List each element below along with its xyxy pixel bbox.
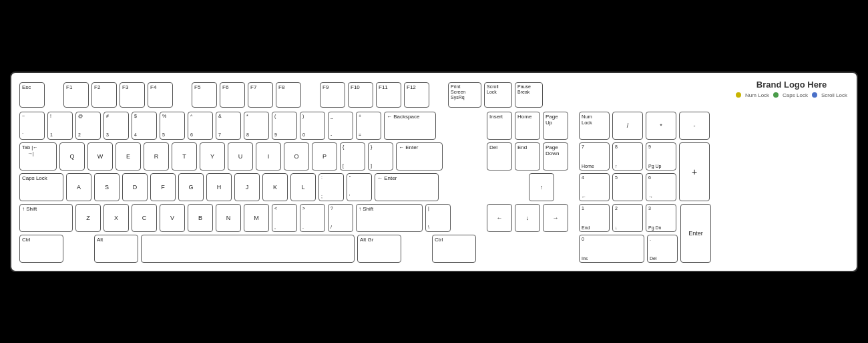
- key-0[interactable]: ) 0: [300, 112, 325, 140]
- key-backslash[interactable]: | \: [425, 204, 451, 232]
- key-enter[interactable]: ← Enter: [396, 142, 443, 170]
- key-p[interactable]: P: [312, 142, 337, 170]
- key-left-shift[interactable]: ↑ Shift: [19, 204, 73, 232]
- key-minus[interactable]: _ -: [328, 112, 353, 140]
- key-slash[interactable]: ? /: [328, 204, 353, 232]
- key-caps-lock[interactable]: Caps Lock: [19, 173, 63, 201]
- key-m[interactable]: M: [244, 204, 269, 232]
- key-pause[interactable]: PauseBreak: [515, 82, 543, 108]
- key-arrow-left[interactable]: ←: [487, 204, 512, 232]
- key-u[interactable]: U: [228, 142, 253, 170]
- key-k[interactable]: K: [262, 173, 288, 201]
- key-tab[interactable]: Tab |← →|: [19, 142, 57, 170]
- key-num-0[interactable]: 0 Ins: [579, 235, 644, 263]
- key-right-ctrl[interactable]: Ctrl: [432, 235, 476, 263]
- key-f12[interactable]: F12: [404, 82, 429, 108]
- key-c[interactable]: C: [132, 204, 157, 232]
- key-s[interactable]: S: [94, 173, 120, 201]
- key-2[interactable]: @ 2: [75, 112, 101, 140]
- key-backspace[interactable]: ← Backspace: [384, 112, 436, 140]
- key-bracket-close[interactable]: } ]: [368, 142, 393, 170]
- key-space[interactable]: [141, 235, 355, 263]
- key-end[interactable]: End: [515, 142, 540, 170]
- key-num-lock[interactable]: NumLock: [579, 112, 610, 140]
- key-arrow-right[interactable]: →: [543, 204, 568, 232]
- key-num-4[interactable]: 4 ←: [579, 173, 610, 201]
- key-num-6[interactable]: 6 →: [646, 173, 676, 201]
- key-num-8[interactable]: 8 ↑: [612, 142, 643, 170]
- key-num-1[interactable]: 1 End: [579, 204, 610, 232]
- key-num-asterisk[interactable]: *: [646, 112, 676, 140]
- key-num-minus[interactable]: -: [679, 112, 710, 140]
- key-page-up[interactable]: PageUp: [543, 112, 568, 140]
- key-equals[interactable]: + =: [356, 112, 381, 140]
- key-e[interactable]: E: [116, 142, 141, 170]
- key-b[interactable]: B: [188, 204, 213, 232]
- key-f5[interactable]: F5: [192, 82, 217, 108]
- key-num-7[interactable]: 7 Home: [579, 142, 610, 170]
- key-8[interactable]: * 8: [244, 112, 269, 140]
- key-q[interactable]: Q: [59, 142, 85, 170]
- key-r[interactable]: R: [144, 142, 169, 170]
- key-6[interactable]: ^ 6: [188, 112, 213, 140]
- key-right-shift[interactable]: ↑ Shift: [356, 204, 423, 232]
- key-l[interactable]: L: [290, 173, 316, 201]
- key-arrow-down[interactable]: ↓: [515, 204, 540, 232]
- key-f9[interactable]: F9: [320, 82, 345, 108]
- key-7[interactable]: & 7: [216, 112, 241, 140]
- key-num-9[interactable]: 9 Pg Up: [646, 142, 676, 170]
- key-num-dot[interactable]: . Del: [647, 235, 678, 263]
- key-f11[interactable]: F11: [376, 82, 401, 108]
- key-f6[interactable]: F6: [220, 82, 245, 108]
- key-home[interactable]: Home: [515, 112, 540, 140]
- key-o[interactable]: O: [284, 142, 309, 170]
- key-period[interactable]: > .: [300, 204, 325, 232]
- key-num-plus[interactable]: +: [679, 142, 710, 201]
- key-3[interactable]: # 3: [103, 112, 129, 140]
- key-f1[interactable]: F1: [63, 82, 89, 108]
- key-enter-wide[interactable]: ← Enter: [375, 173, 439, 201]
- key-page-down[interactable]: PageDown: [543, 142, 568, 170]
- key-i[interactable]: I: [256, 142, 281, 170]
- key-left-ctrl[interactable]: Ctrl: [19, 235, 63, 263]
- key-f[interactable]: F: [150, 173, 176, 201]
- key-x[interactable]: X: [103, 204, 129, 232]
- key-f2[interactable]: F2: [91, 82, 117, 108]
- key-num-2[interactable]: 2 ↓: [612, 204, 643, 232]
- key-h[interactable]: H: [206, 173, 232, 201]
- key-num-5[interactable]: 5: [612, 173, 643, 201]
- key-f8[interactable]: F8: [276, 82, 301, 108]
- key-scroll-lock[interactable]: ScrollLock: [484, 82, 512, 108]
- key-num-slash[interactable]: /: [612, 112, 643, 140]
- key-insert[interactable]: Insert: [487, 112, 512, 140]
- key-f3[interactable]: F3: [120, 82, 145, 108]
- key-quote[interactable]: " ': [347, 173, 372, 201]
- key-comma[interactable]: < ,: [272, 204, 297, 232]
- key-4[interactable]: $ 4: [132, 112, 157, 140]
- key-z[interactable]: Z: [75, 204, 101, 232]
- key-f10[interactable]: F10: [348, 82, 373, 108]
- key-d[interactable]: D: [122, 173, 148, 201]
- key-left-alt[interactable]: Alt: [94, 235, 138, 263]
- key-t[interactable]: T: [172, 142, 197, 170]
- key-alt-gr[interactable]: Alt Gr: [357, 235, 401, 263]
- key-v[interactable]: V: [160, 204, 185, 232]
- key-w[interactable]: W: [87, 142, 113, 170]
- key-del[interactable]: Del: [487, 142, 512, 170]
- key-1[interactable]: ! 1: [47, 112, 73, 140]
- key-j[interactable]: J: [234, 173, 260, 201]
- key-a[interactable]: A: [66, 173, 91, 201]
- key-f4[interactable]: F4: [148, 82, 173, 108]
- key-print-screen[interactable]: PrintScreenSysRq: [448, 82, 481, 108]
- key-backtick[interactable]: ~ `: [19, 112, 45, 140]
- key-f7[interactable]: F7: [248, 82, 273, 108]
- key-num-3[interactable]: 3 Pg Dn: [646, 204, 676, 232]
- key-semicolon[interactable]: : ;: [318, 173, 344, 201]
- key-num-enter[interactable]: Enter: [680, 204, 711, 263]
- key-bracket-open[interactable]: { [: [340, 142, 365, 170]
- key-g[interactable]: G: [178, 173, 204, 201]
- key-esc[interactable]: Esc: [19, 82, 45, 108]
- key-n[interactable]: N: [216, 204, 241, 232]
- key-9[interactable]: ( 9: [272, 112, 297, 140]
- key-y[interactable]: Y: [200, 142, 225, 170]
